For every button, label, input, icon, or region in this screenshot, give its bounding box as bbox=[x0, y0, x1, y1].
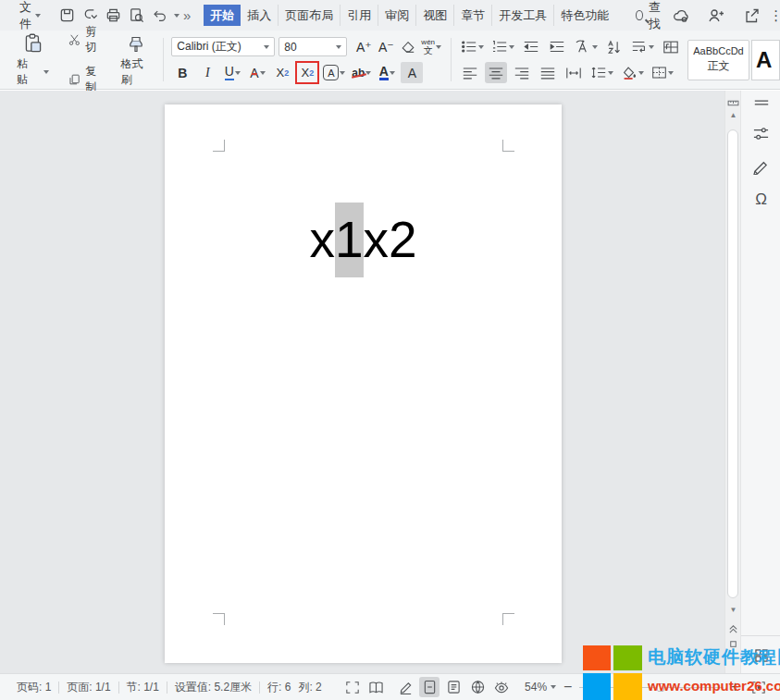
document-page[interactable]: x1x2 bbox=[165, 104, 562, 663]
share-button[interactable] bbox=[740, 5, 762, 27]
fullscreen-button[interactable] bbox=[342, 677, 363, 697]
vertical-scrollbar[interactable]: ▲ ▼ bbox=[724, 91, 740, 673]
style-item-normal[interactable]: AaBbCcDd 正文 bbox=[687, 40, 749, 80]
shrink-font-button[interactable]: A⁻ bbox=[375, 36, 397, 57]
status-setting-value[interactable]: 设置值: 5.2厘米 bbox=[167, 680, 259, 695]
status-line[interactable]: 行: 6 bbox=[260, 680, 298, 695]
zoom-out-button[interactable]: − bbox=[563, 680, 572, 694]
align-center-icon bbox=[488, 67, 504, 80]
char-shading-button[interactable]: A bbox=[401, 62, 423, 83]
tab-home[interactable]: 开始 bbox=[204, 5, 241, 26]
document-text-line[interactable]: x1x2 bbox=[165, 203, 562, 277]
format-painter-button[interactable]: 格式刷 bbox=[115, 31, 157, 90]
tab-insert[interactable]: 插入 bbox=[241, 5, 279, 26]
align-left-button[interactable] bbox=[459, 62, 481, 83]
status-column[interactable]: 列: 2 bbox=[298, 680, 328, 695]
paste-button[interactable]: 粘贴 bbox=[7, 30, 58, 91]
pinyin-icon: wén 文 bbox=[421, 39, 435, 55]
invite-user-button[interactable] bbox=[705, 5, 727, 27]
file-menu-caret-icon[interactable] bbox=[35, 14, 41, 18]
pinyin-guide-button[interactable]: wén 文 bbox=[419, 36, 443, 57]
superscript-button[interactable]: X2 bbox=[271, 62, 293, 83]
fullscreen-icon bbox=[345, 681, 360, 694]
tab-view[interactable]: 视图 bbox=[416, 5, 454, 26]
style-name: 正文 bbox=[708, 58, 730, 74]
symbols-panel-button[interactable]: Ω bbox=[741, 190, 780, 209]
clear-format-button[interactable] bbox=[397, 36, 419, 57]
sidebar-collapse-button[interactable] bbox=[741, 98, 780, 107]
shading-button[interactable] bbox=[619, 62, 646, 83]
tab-page-layout[interactable]: 页面布局 bbox=[279, 5, 340, 26]
font-color-button[interactable]: A bbox=[376, 62, 398, 83]
properties-panel-button[interactable] bbox=[741, 126, 780, 142]
sort-button[interactable] bbox=[603, 36, 625, 57]
table-icon bbox=[662, 40, 679, 55]
side-by-side-button[interactable] bbox=[366, 677, 387, 697]
scroll-down-arrow[interactable]: ▼ bbox=[725, 606, 741, 615]
search-box[interactable]: 查找 bbox=[636, 0, 663, 32]
cut-label: 剪切 bbox=[85, 24, 105, 55]
decrease-indent-icon bbox=[523, 40, 539, 54]
file-menu[interactable]: 文件 bbox=[19, 0, 31, 32]
insert-table-button[interactable] bbox=[660, 36, 682, 57]
increase-indent-button[interactable] bbox=[546, 36, 568, 57]
margin-crop-mark-bottom-left bbox=[213, 613, 225, 625]
eye-protection-button[interactable] bbox=[491, 677, 512, 697]
ink-annotation-button[interactable] bbox=[741, 158, 780, 175]
tab-review[interactable]: 审阅 bbox=[378, 5, 416, 26]
print-preview-button[interactable] bbox=[128, 5, 145, 27]
decrease-indent-button[interactable] bbox=[520, 36, 542, 57]
highlight-button[interactable]: ab bbox=[350, 62, 373, 83]
align-right-button[interactable] bbox=[511, 62, 533, 83]
tab-references[interactable]: 引用 bbox=[340, 5, 378, 26]
status-page-number[interactable]: 页码: 1 bbox=[9, 680, 58, 695]
distribute-button[interactable] bbox=[563, 62, 585, 83]
more-menu-icon[interactable]: ⋮ bbox=[769, 7, 780, 24]
tab-developer[interactable]: 开发工具 bbox=[492, 5, 554, 26]
grow-font-button[interactable]: A⁺ bbox=[353, 36, 375, 57]
style-item-clipped[interactable]: A bbox=[751, 40, 780, 80]
tab-section[interactable]: 章节 bbox=[454, 5, 492, 26]
cut-button[interactable]: 剪切 bbox=[64, 23, 109, 56]
font-size-select[interactable]: 80 bbox=[279, 37, 347, 56]
more-quick-tools-icon[interactable]: » bbox=[183, 7, 191, 23]
ruler-toggle-button[interactable] bbox=[727, 94, 739, 111]
char-border-button[interactable]: A bbox=[321, 62, 347, 83]
web-layout-button[interactable] bbox=[467, 677, 488, 697]
borders-button[interactable] bbox=[650, 62, 675, 83]
scrollbar-thumb[interactable] bbox=[727, 129, 738, 598]
paste-caret-icon bbox=[43, 70, 49, 74]
strikethrough-button[interactable]: A bbox=[246, 62, 268, 83]
share-icon bbox=[742, 6, 761, 25]
bold-button[interactable]: B bbox=[171, 62, 193, 83]
page-view-button-selected[interactable] bbox=[419, 677, 440, 697]
italic-button[interactable]: I bbox=[196, 62, 218, 83]
cloud-sync-icon bbox=[672, 6, 690, 25]
bullet-list-button[interactable] bbox=[459, 36, 486, 57]
previous-page-button[interactable] bbox=[727, 621, 739, 638]
cloud-sync-button[interactable] bbox=[670, 5, 692, 27]
font-name-select[interactable]: Calibri (正文) bbox=[171, 37, 275, 56]
tab-special-features[interactable]: 特色功能 bbox=[554, 5, 615, 26]
undo-button[interactable] bbox=[151, 5, 167, 27]
status-section[interactable]: 节: 1/1 bbox=[119, 680, 167, 695]
scroll-up-arrow[interactable]: ▲ bbox=[725, 111, 741, 120]
undo-icon bbox=[151, 7, 167, 24]
show-marks-button[interactable] bbox=[629, 36, 656, 57]
eraser-icon bbox=[400, 40, 416, 55]
justify-button[interactable] bbox=[537, 62, 559, 83]
undo-caret-icon[interactable] bbox=[174, 14, 180, 18]
numbered-list-button[interactable] bbox=[489, 36, 516, 57]
line-spacing-button[interactable] bbox=[588, 62, 615, 83]
wps-writer-window: 文件 » 开始 插入 页面布局 引用 审阅 视图 章节 开发工具 特色 bbox=[0, 0, 780, 700]
align-center-button-selected[interactable] bbox=[485, 62, 507, 83]
subscript-button-highlighted[interactable]: X2 bbox=[296, 62, 318, 83]
edit-mode-button[interactable] bbox=[396, 677, 416, 697]
zoom-level-control[interactable]: 54% bbox=[525, 681, 556, 694]
status-page-count[interactable]: 页面: 1/1 bbox=[59, 680, 118, 695]
text-direction-button[interactable] bbox=[572, 36, 600, 57]
outline-view-button[interactable] bbox=[443, 677, 464, 697]
font-size-value: 80 bbox=[284, 41, 296, 54]
font-size-caret-icon bbox=[336, 45, 341, 49]
underline-button[interactable]: U bbox=[221, 62, 243, 83]
